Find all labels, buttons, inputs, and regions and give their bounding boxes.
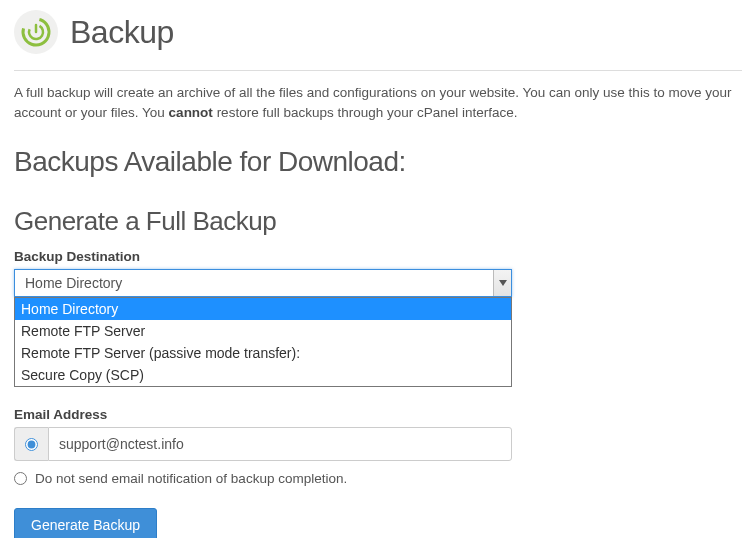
- optout-email-radio[interactable]: [14, 472, 27, 485]
- page-title: Backup: [70, 14, 174, 51]
- intro-text: A full backup will create an archive of …: [14, 83, 742, 124]
- optout-email-label: Do not send email notification of backup…: [35, 471, 347, 486]
- header-divider: [14, 70, 742, 71]
- page-header: Backup: [0, 0, 756, 66]
- intro-suffix: restore full backups through your cPanel…: [213, 105, 518, 120]
- send-email-radio[interactable]: [25, 438, 38, 451]
- select-dropdown-button[interactable]: [493, 270, 511, 296]
- destination-option[interactable]: Remote FTP Server (passive mode transfer…: [15, 342, 511, 364]
- generate-full-backup-heading: Generate a Full Backup: [14, 206, 742, 237]
- backup-destination-label: Backup Destination: [14, 249, 742, 264]
- backups-available-heading: Backups Available for Download:: [14, 146, 742, 178]
- destination-option[interactable]: Remote FTP Server: [15, 320, 511, 342]
- destination-option[interactable]: Secure Copy (SCP): [15, 364, 511, 386]
- email-address-label: Email Address: [14, 407, 742, 422]
- intro-emphasis: cannot: [169, 105, 213, 120]
- chevron-down-icon: [499, 280, 507, 286]
- generate-backup-button[interactable]: Generate Backup: [14, 508, 157, 538]
- email-input[interactable]: [48, 427, 512, 461]
- backup-destination-selected-value: Home Directory: [15, 270, 493, 296]
- backup-destination-dropdown: Home Directory Remote FTP Server Remote …: [14, 297, 512, 388]
- email-radio-prefix[interactable]: [14, 427, 48, 461]
- backup-destination-select[interactable]: Home Directory: [14, 269, 512, 297]
- destination-option[interactable]: Home Directory: [15, 298, 511, 320]
- backup-icon: [14, 10, 58, 54]
